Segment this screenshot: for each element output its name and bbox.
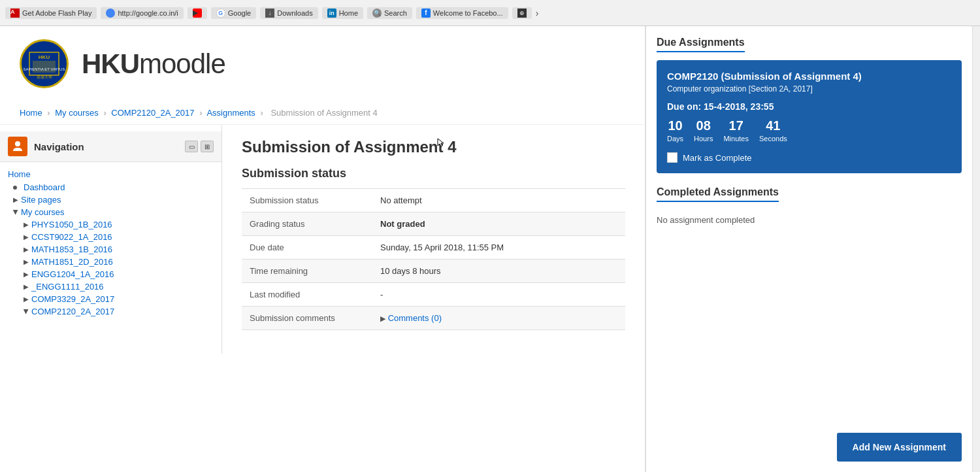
table-label-time-remaining: Time remaining: [242, 260, 372, 283]
countdown-days: 10 Days: [667, 118, 683, 143]
due-card-course: Computer organization [Section 2A, 2017]: [667, 84, 951, 93]
nav-expand-btn[interactable]: ⊞: [201, 141, 214, 152]
site-name: HKUmoodle: [82, 48, 225, 80]
completed-section-title: Completed Assignments: [657, 186, 779, 202]
breadcrumb-course[interactable]: COMP2120_2A_2017: [111, 108, 194, 118]
table-row-comments: Submission comments ▶ Comments (0): [242, 307, 625, 330]
nav-panel-header: Navigation ▭ ⊞: [0, 131, 221, 162]
mark-complete-checkbox[interactable]: [667, 152, 678, 163]
add-assignment-button[interactable]: Add New Assignment: [837, 433, 962, 462]
nav-item-math1851: ▶ MATH1851_2D_2016: [8, 256, 214, 268]
table-row-grading-status: Grading status Not graded: [242, 212, 625, 236]
browser-toolbar: A Get Adobe Flash Play http://google.co.…: [0, 0, 980, 26]
nav-arrow-engg1204[interactable]: ▶: [24, 271, 29, 278]
mark-complete-label: Mark as Complete: [683, 153, 751, 163]
right-sidebar: Due Assignments COMP2120 (Submission of …: [645, 26, 972, 472]
hku-logo: HKU SAPIENTIA ET VIRTUS 香港大學: [20, 39, 69, 88]
nav-panel-title: Navigation: [34, 141, 84, 152]
nav-arrow-mycourses[interactable]: ▶: [12, 210, 20, 215]
svg-text:香港大學: 香港大學: [37, 75, 52, 79]
tab-chrome[interactable]: http://google.co.in/i: [101, 7, 183, 19]
table-row-time-remaining: Time remaining 10 days 8 hours: [242, 260, 625, 283]
table-row-due-date: Due date Sunday, 15 April 2018, 11:55 PM: [242, 236, 625, 260]
download-icon: ↓: [265, 8, 274, 18]
tab-downloads[interactable]: ↓ Downloads: [260, 7, 318, 19]
search-icon: 🔍: [372, 8, 382, 18]
nav-link-phys1050[interactable]: PHYS1050_1B_2016: [31, 220, 112, 229]
table-label-comments: Submission comments: [242, 307, 372, 330]
nav-link-math1851[interactable]: MATH1851_2D_2016: [31, 257, 113, 267]
lens-icon: ⊕: [517, 8, 527, 18]
breadcrumb-assignments[interactable]: Assignments: [206, 108, 255, 118]
chrome-icon: [106, 8, 115, 18]
countdown-hours: 08 Hours: [694, 118, 713, 143]
comments-expand-icon: ▶: [380, 314, 385, 322]
nav-item-comp2120: ▶ COMP2120_2A_2017: [8, 305, 214, 318]
nav-item-ccst9022: ▶ CCST9022_1A_2016: [8, 231, 214, 243]
comments-link[interactable]: Comments (0): [388, 313, 442, 323]
nav-link-mycourses[interactable]: My courses: [21, 207, 64, 217]
adobe-icon: A: [10, 8, 20, 18]
nav-arrow-comp2120[interactable]: ▶: [23, 309, 30, 314]
nav-link-sitepages[interactable]: Site pages: [21, 195, 61, 205]
tab-search[interactable]: 🔍 Search: [367, 7, 412, 19]
nav-arrow-comp3329[interactable]: ▶: [24, 295, 29, 303]
table-label-grading-status: Grading status: [242, 212, 372, 236]
page-scrollbar[interactable]: [972, 26, 980, 472]
tab-scroll-right[interactable]: ›: [536, 8, 539, 18]
youtube-icon: ▶: [193, 8, 202, 18]
due-assignment-card: COMP2120 (Submission of Assignment 4) Co…: [657, 60, 962, 173]
nav-link-ccst9022[interactable]: CCST9022_1A_2016: [31, 232, 112, 242]
nav-item-phys1050: ▶ PHYS1050_1B_2016: [8, 218, 214, 231]
article-area: Submission of Assignment 4 Submission st…: [222, 125, 645, 354]
nav-arrow-sitepages[interactable]: ▶: [13, 196, 18, 203]
nav-item-home: Home: [8, 167, 214, 181]
nav-link-home[interactable]: Home: [8, 169, 31, 179]
completed-section: Completed Assignments No assignment comp…: [657, 186, 962, 230]
countdown-minutes: 17 Minutes: [723, 118, 749, 143]
tab-lens[interactable]: ⊕: [512, 7, 532, 19]
table-value-submission-status: No attempt: [372, 189, 625, 212]
google-icon: G: [216, 8, 225, 18]
site-header: HKU SAPIENTIA ET VIRTUS 香港大學 HKUmoodle: [0, 26, 645, 101]
tab-facebook[interactable]: f Welcome to Facebo...: [416, 7, 508, 19]
countdown-timer: 10 Days 08 Hours 17 Minutes 41 Seconds: [667, 118, 951, 143]
table-value-last-modified: -: [372, 283, 625, 307]
nav-item-engg1111: ▶ _ENGG1111_2016: [8, 280, 214, 293]
submission-table: Submission status No attempt Grading sta…: [242, 188, 625, 330]
nav-arrow-math1853[interactable]: ▶: [24, 246, 29, 253]
nav-link-engg1204[interactable]: ENGG1204_1A_2016: [31, 269, 114, 279]
table-label-last-modified: Last modified: [242, 283, 372, 307]
nav-collapse-btn[interactable]: ▭: [185, 141, 198, 152]
nav-link-math1853[interactable]: MATH1853_1B_2016: [31, 244, 112, 254]
breadcrumb-mycourses[interactable]: My courses: [55, 108, 98, 118]
nav-arrow-phys1050[interactable]: ▶: [24, 221, 29, 228]
tab-linkedin[interactable]: in Home: [322, 7, 363, 19]
nav-tree: Home Dashboard ▶ Site pages ▶ My courses: [0, 162, 221, 323]
nav-panel-controls: ▭ ⊞: [185, 141, 214, 152]
due-card-date: Due on: 15-4-2018, 23:55: [667, 101, 951, 112]
content-body: Navigation ▭ ⊞ Home Dashboard: [0, 125, 645, 354]
nav-item-engg1204: ▶ ENGG1204_1A_2016: [8, 268, 214, 280]
nav-link-dashboard[interactable]: Dashboard: [24, 182, 65, 192]
tab-youtube[interactable]: ▶: [188, 7, 207, 19]
svg-text:SAPIENTIA ET VIRTUS: SAPIENTIA ET VIRTUS: [24, 67, 65, 71]
tab-google[interactable]: G Google: [211, 7, 256, 19]
nav-link-comp3329[interactable]: COMP3329_2A_2017: [31, 294, 114, 304]
nav-arrow-ccst9022[interactable]: ▶: [24, 233, 29, 241]
facebook-icon: f: [421, 8, 431, 18]
nav-arrow-math1851[interactable]: ▶: [24, 258, 29, 265]
main-content-area: HKU SAPIENTIA ET VIRTUS 香港大學 HKUmoodle H…: [0, 26, 645, 472]
table-value-time-remaining: 10 days 8 hours: [372, 260, 625, 283]
mark-complete-row: Mark as Complete: [667, 152, 951, 163]
nav-link-engg1111[interactable]: _ENGG1111_2016: [31, 282, 104, 292]
article-subtitle: Submission status: [242, 167, 625, 180]
breadcrumb-current: Submission of Assignment 4: [270, 108, 377, 118]
svg-point-6: [15, 141, 20, 146]
article-title: Submission of Assignment 4: [242, 138, 625, 156]
nav-link-comp2120[interactable]: COMP2120_2A_2017: [31, 307, 114, 316]
nav-arrow-engg1111[interactable]: ▶: [24, 283, 29, 290]
breadcrumb-home[interactable]: Home: [20, 108, 42, 118]
tab-adobe[interactable]: A Get Adobe Flash Play: [5, 7, 97, 19]
nav-item-comp3329: ▶ COMP3329_2A_2017: [8, 293, 214, 305]
